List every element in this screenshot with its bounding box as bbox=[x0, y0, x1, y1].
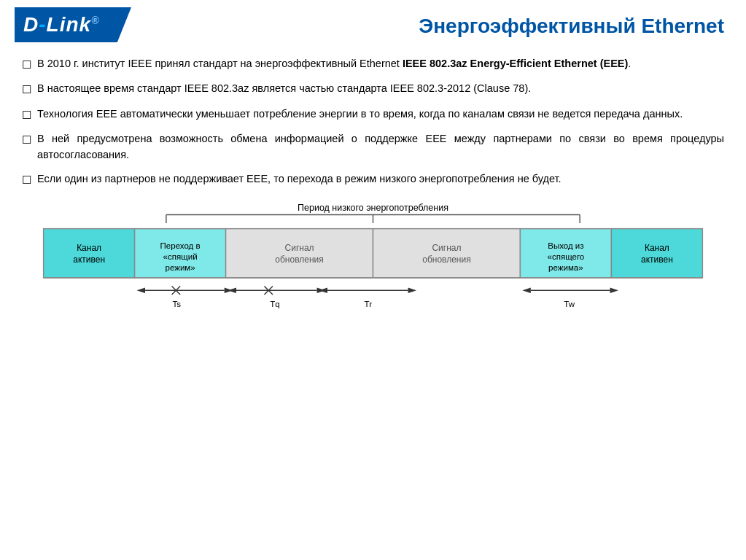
svg-text:Ts: Ts bbox=[173, 300, 182, 308]
svg-text:активен: активен bbox=[641, 254, 673, 265]
bullet-item-2: ☐ В настоящее время стандарт IEEE 802.3a… bbox=[22, 80, 724, 98]
svg-marker-32 bbox=[228, 287, 236, 293]
svg-text:Выход из: Выход из bbox=[548, 241, 583, 249]
header: D-Link® Энергоэффективный Ethernet bbox=[0, 0, 746, 42]
checkbox-icon-4: ☐ bbox=[22, 131, 31, 148]
svg-text:«спящий: «спящий bbox=[163, 252, 198, 261]
checkbox-icon-2: ☐ bbox=[22, 81, 31, 98]
svg-text:Канал: Канал bbox=[645, 243, 669, 253]
bullet-text-4: В ней предусмотрена возможность обмена и… bbox=[37, 131, 724, 163]
eee-diagram: Период низкого энергопотребления Канал а… bbox=[36, 198, 710, 319]
content: ☐ В 2010 г. институт IEEE принял стандар… bbox=[0, 42, 746, 329]
svg-text:режима»: режима» bbox=[548, 263, 583, 272]
svg-text:обновления: обновления bbox=[422, 254, 470, 265]
svg-text:Переход в: Переход в bbox=[160, 241, 201, 249]
bullet-item-5: ☐ Если один из партнеров не поддерживает… bbox=[22, 171, 724, 188]
svg-marker-43 bbox=[610, 287, 618, 293]
svg-text:Сигнал: Сигнал bbox=[432, 243, 461, 253]
svg-marker-42 bbox=[522, 287, 531, 293]
logo-area: D-Link® bbox=[15, 7, 131, 42]
svg-marker-38 bbox=[319, 287, 327, 293]
bullet-item-1: ☐ В 2010 г. институт IEEE принял стандар… bbox=[22, 55, 724, 73]
page-title: Энергоэффективный Ethernet bbox=[131, 7, 724, 38]
bullet-text-2: В настоящее время стандарт IEEE 802.3az … bbox=[37, 80, 531, 96]
svg-text:Канал: Канал bbox=[77, 243, 101, 253]
checkbox-icon-5: ☐ bbox=[22, 171, 31, 188]
svg-text:Tw: Tw bbox=[564, 300, 575, 308]
svg-text:обновления: обновления bbox=[275, 254, 323, 265]
period-label: Период низкого энергопотребления bbox=[298, 203, 448, 213]
svg-text:«спящего: «спящего bbox=[548, 252, 585, 261]
checkbox-icon-3: ☐ bbox=[22, 106, 31, 123]
svg-marker-26 bbox=[136, 287, 145, 293]
diagram-container: Период низкого энергопотребления Канал а… bbox=[36, 198, 710, 322]
svg-text:режим»: режим» bbox=[166, 263, 195, 272]
checkbox-icon-1: ☐ bbox=[22, 56, 31, 73]
svg-text:активен: активен bbox=[73, 254, 105, 265]
bullet-text-3: Технология EEE автоматически уменьшает п… bbox=[37, 106, 683, 122]
bullet-item-3: ☐ Технология EEE автоматически уменьшает… bbox=[22, 106, 724, 123]
svg-text:Tq: Tq bbox=[270, 300, 279, 308]
bullet-text-1: В 2010 г. институт IEEE принял стандарт … bbox=[37, 55, 631, 71]
bullet-item-4: ☐ В ней предусмотрена возможность обмена… bbox=[22, 131, 724, 163]
logo-text: D-Link® bbox=[23, 13, 99, 36]
svg-text:Tr: Tr bbox=[365, 300, 373, 308]
svg-marker-39 bbox=[408, 287, 417, 293]
bullet-text-5: Если один из партнеров не поддерживает E… bbox=[37, 171, 562, 187]
svg-text:Сигнал: Сигнал bbox=[285, 243, 314, 253]
